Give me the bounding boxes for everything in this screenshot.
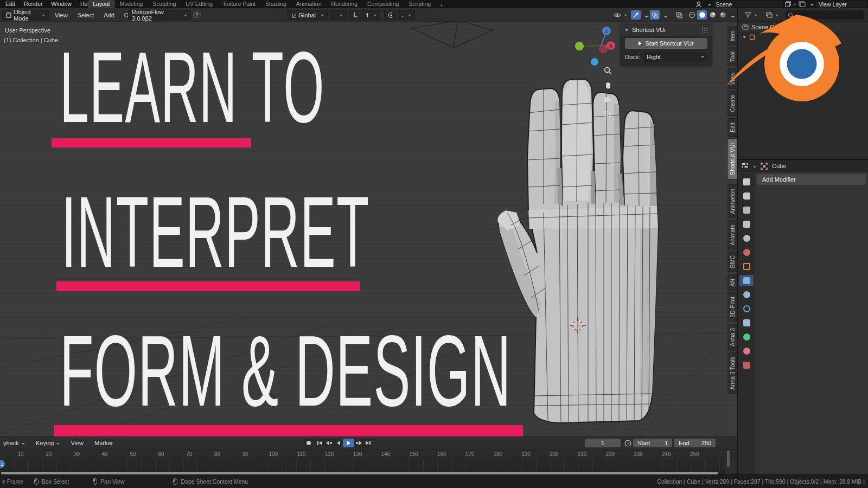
status-hint-dope-sheet-context-menu: Dope Sheet Context Menu	[173, 478, 248, 485]
view-layer-arrow[interactable]	[808, 1, 814, 8]
show-object-types[interactable]	[611, 10, 629, 20]
properties-tab-tool[interactable]	[739, 176, 754, 188]
shading-solid[interactable]	[697, 10, 707, 20]
proportional-editing[interactable]	[384, 10, 396, 20]
menu-edit[interactable]: Edit	[1, 0, 20, 8]
menu-window[interactable]: Window	[47, 0, 76, 8]
panel-collapse-icon[interactable]: ▼	[624, 28, 629, 33]
unlink-scene-icon[interactable]: ×	[793, 1, 796, 8]
sidebar-tab-bmc[interactable]: BMC	[727, 251, 737, 272]
new-scene-icon[interactable]	[785, 1, 791, 7]
workspace-tab-scripting[interactable]: Scripting	[404, 0, 436, 8]
editor-type-selector[interactable]	[741, 162, 756, 170]
transform-orientation[interactable]: Global	[288, 10, 328, 20]
clock-icon[interactable]	[624, 440, 631, 447]
sidebar-tab-shortcut-vur[interactable]: Shortcut VUr	[727, 138, 737, 179]
timeline-menu-keying[interactable]: Keying	[30, 440, 66, 446]
scene-selector-arrow[interactable]	[705, 1, 711, 8]
pan-tool[interactable]	[602, 80, 613, 91]
sidebar-tab-edit[interactable]: Edit	[727, 118, 737, 137]
properties-tab-material[interactable]	[739, 345, 754, 357]
gizmos-dropdown[interactable]	[642, 13, 648, 20]
add-modifier-button[interactable]: Add Modifier	[757, 174, 866, 185]
workspace-tab-texture-paint[interactable]: Texture Paint	[218, 0, 260, 8]
record-button[interactable]	[304, 439, 313, 447]
sidebar-tab-arma-3[interactable]: Arma 3	[727, 324, 737, 351]
viewport-menu-select[interactable]: Select	[73, 12, 99, 18]
sidebar-tab-an[interactable]: AN	[727, 274, 737, 291]
properties-tab-texture[interactable]	[739, 359, 754, 371]
jump-to-start-button[interactable]	[315, 439, 324, 447]
pivot-point[interactable]	[330, 10, 347, 20]
workspace-tab-modeling[interactable]: Modeling	[115, 0, 148, 8]
properties-tab-output[interactable]	[739, 204, 754, 216]
end-frame-field[interactable]: End 250	[674, 439, 716, 447]
play-reverse-button[interactable]	[334, 439, 343, 447]
falloff-selector[interactable]	[398, 10, 415, 20]
axis-gizmo[interactable]: Z X	[570, 23, 622, 72]
properties-tab-view-layer[interactable]	[739, 219, 754, 230]
shortcut-vur-panel-header[interactable]: ▼ Shortcut VUr	[620, 24, 712, 36]
zoom-tool[interactable]	[602, 65, 613, 76]
help-icon[interactable]: ?	[193, 11, 201, 18]
perspective-toggle[interactable]	[602, 109, 613, 120]
scene-field[interactable]: Scene	[713, 1, 783, 8]
dopesheet-channels[interactable]	[0, 459, 725, 471]
timeline-menu-view[interactable]: View	[65, 440, 89, 446]
workspace-tab-shading[interactable]: Shading	[260, 0, 291, 8]
overlays-dropdown[interactable]	[661, 13, 667, 20]
camera-view[interactable]	[602, 94, 613, 105]
snap-toggle[interactable]	[349, 10, 361, 20]
falloff-curve-icon	[401, 12, 403, 18]
sidebar-tab-animation[interactable]: Animation	[727, 184, 737, 219]
properties-tab-physics[interactable]	[739, 303, 754, 314]
sidebar-tab-3d-print[interactable]: 3D-Print	[727, 292, 737, 322]
properties-tab-world[interactable]	[739, 247, 754, 258]
region-divider-horizontal[interactable]	[738, 159, 868, 160]
play-button[interactable]	[343, 439, 354, 447]
timeline-vscrollbar[interactable]	[727, 451, 730, 467]
status-hint-label: Box Select	[42, 478, 69, 485]
properties-tab-object[interactable]	[739, 261, 754, 272]
snap-grid-icon	[366, 12, 368, 18]
timeline-ruler[interactable]: 1020304050607080901001101201301401501601…	[0, 449, 737, 459]
panel-drag-handle[interactable]	[701, 27, 708, 33]
sidebar-tab-animate[interactable]: Animate	[727, 220, 737, 250]
workspace-tab-compositing[interactable]: Compositing	[362, 0, 404, 8]
shading-wireframe[interactable]	[687, 10, 697, 20]
workspace-tab-layout[interactable]: Layout	[88, 0, 115, 8]
view-layer-field[interactable]: View Layer	[816, 1, 867, 8]
prev-keyframe-button[interactable]	[324, 439, 334, 447]
start-frame-field[interactable]: Start 1	[633, 439, 672, 447]
start-shortcut-vur-button[interactable]: Start Shortcut VUr	[625, 38, 707, 49]
properties-tab-particles[interactable]	[739, 289, 754, 300]
properties-tab-scene[interactable]	[739, 233, 754, 244]
add-workspace-button[interactable]: +	[436, 2, 448, 8]
snap-target[interactable]	[362, 10, 380, 20]
workspace-tab-animation[interactable]: Animation	[291, 0, 327, 8]
viewport-menu-add[interactable]: Add	[99, 12, 119, 18]
workspace-tab-rendering[interactable]: Rendering	[327, 0, 362, 8]
next-keyframe-button[interactable]	[354, 439, 363, 447]
dock-dropdown[interactable]: Right	[643, 52, 707, 62]
xray-toggle[interactable]	[674, 10, 684, 20]
timeline-menu-yback[interactable]: yback	[0, 440, 30, 446]
properties-tab-constraints[interactable]	[739, 317, 754, 329]
gizmos-toggle[interactable]	[631, 10, 641, 20]
properties-tab-object-data[interactable]	[739, 331, 754, 343]
sidebar-tab-arma-3-tools[interactable]: Arma 3 Tools	[727, 352, 737, 394]
workspace-tab-uv-editing[interactable]: UV Editing	[181, 0, 218, 8]
viewport-menu-view[interactable]: View	[50, 12, 73, 18]
status-hint-label: Dope Sheet Context Menu	[181, 478, 248, 485]
jump-to-end-button[interactable]	[363, 439, 373, 447]
wireframe-icon	[688, 11, 695, 18]
properties-tab-modifier[interactable]	[739, 275, 754, 286]
current-frame-field[interactable]: 1	[585, 439, 621, 447]
properties-tab-render[interactable]	[739, 190, 754, 202]
overlays-toggle[interactable]	[650, 10, 660, 20]
mode-selector[interactable]: Object Mode	[2, 10, 49, 20]
timeline-menu-marker[interactable]: Marker	[89, 440, 118, 446]
retopoflow-menu[interactable]: RetopoFlow 3.0.0β2	[128, 10, 191, 20]
menu-render[interactable]: Render	[20, 0, 47, 8]
workspace-tab-sculpting[interactable]: Sculpting	[148, 0, 181, 8]
